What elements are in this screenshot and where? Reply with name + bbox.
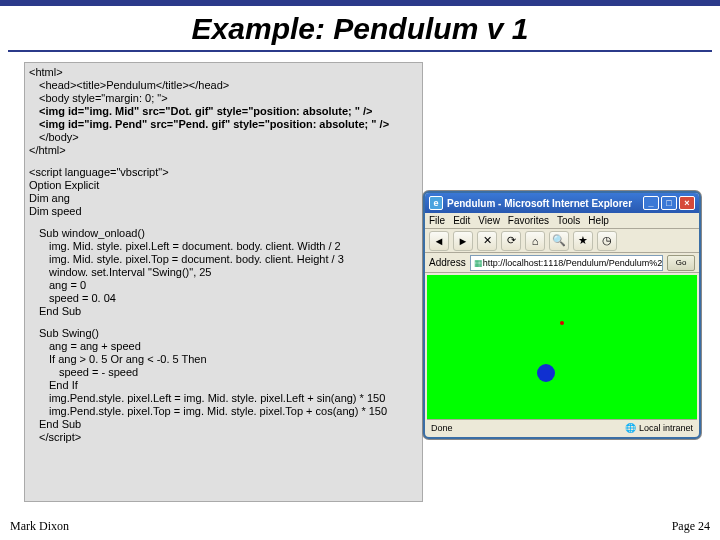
code-line: <body style="margin: 0; "> — [39, 92, 418, 105]
code-line: If ang > 0. 5 Or ang < -0. 5 Then — [49, 353, 418, 366]
statusbar: Done 🌐Local intranet — [427, 419, 697, 435]
address-label: Address — [429, 257, 466, 268]
menu-tools[interactable]: Tools — [557, 215, 580, 226]
pendulum-bob — [537, 364, 555, 382]
stop-button[interactable]: ✕ — [477, 231, 497, 251]
home-button[interactable]: ⌂ — [525, 231, 545, 251]
footer-page: Page 24 — [672, 519, 710, 534]
favorites-button[interactable]: ★ — [573, 231, 593, 251]
code-line: img.Pend.style. pixel.Top = img. Mid. st… — [49, 405, 418, 418]
window-title: Pendulum - Microsoft Internet Explorer — [447, 198, 632, 209]
footer-author: Mark Dixon — [10, 519, 69, 534]
ie-window: e Pendulum - Microsoft Internet Explorer… — [423, 191, 701, 439]
titlebar: e Pendulum - Microsoft Internet Explorer… — [425, 193, 699, 213]
code-line: speed = - speed — [59, 366, 418, 379]
forward-button[interactable]: ► — [453, 231, 473, 251]
code-line: <html> — [29, 66, 418, 79]
status-text: Done — [431, 423, 453, 433]
minimize-button[interactable]: _ — [643, 196, 659, 210]
code-line-endscript: </script> — [39, 431, 418, 444]
code-line: speed = 0. 04 — [49, 292, 418, 305]
slide-footer: Mark Dixon Page 24 — [0, 519, 720, 534]
toolbar: ◄ ► ✕ ⟳ ⌂ 🔍 ★ ◷ — [425, 229, 699, 253]
pivot-dot — [560, 321, 564, 325]
menu-edit[interactable]: Edit — [453, 215, 470, 226]
ie-icon: e — [429, 196, 443, 210]
code-listing: <html> <head><title>Pendulum</title></he… — [24, 62, 423, 502]
code-line: img.Pend.style. pixel.Left = img. Mid. s… — [49, 392, 418, 405]
address-input[interactable]: ▦ http://localhost:1118/Pendulum/Pendulu… — [470, 255, 663, 271]
code-line: ang = ang + speed — [49, 340, 418, 353]
menu-file[interactable]: File — [429, 215, 445, 226]
back-button[interactable]: ◄ — [429, 231, 449, 251]
code-line: img. Mid. style. pixel.Top = document. b… — [49, 253, 418, 266]
zone-text: Local intranet — [639, 423, 693, 433]
menu-favorites[interactable]: Favorites — [508, 215, 549, 226]
slide-top-accent — [0, 0, 720, 6]
menu-view[interactable]: View — [478, 215, 500, 226]
code-line: End Sub — [39, 418, 418, 431]
address-value: http://localhost:1118/Pendulum/Pendulum%… — [483, 258, 663, 268]
code-line: <img id="img. Mid" src="Dot. gif" style=… — [39, 105, 418, 118]
code-line: ang = 0 — [49, 279, 418, 292]
code-line: <head><title>Pendulum</title></head> — [39, 79, 418, 92]
menu-help[interactable]: Help — [588, 215, 609, 226]
code-line: End If — [49, 379, 418, 392]
globe-icon: 🌐 — [625, 423, 636, 433]
go-button[interactable]: Go — [667, 255, 695, 271]
code-line: </body> — [39, 131, 418, 144]
menubar: File Edit View Favorites Tools Help — [425, 213, 699, 229]
page-viewport — [427, 275, 697, 419]
code-line: Dim speed — [29, 205, 418, 218]
history-button[interactable]: ◷ — [597, 231, 617, 251]
close-button[interactable]: × — [679, 196, 695, 210]
maximize-button[interactable]: □ — [661, 196, 677, 210]
page-icon: ▦ — [474, 258, 483, 268]
address-bar: Address ▦ http://localhost:1118/Pendulum… — [425, 253, 699, 273]
code-line: Sub Swing() — [39, 327, 418, 340]
code-line: Sub window_onload() — [39, 227, 418, 240]
code-line: </html> — [29, 144, 418, 157]
code-line: Dim ang — [29, 192, 418, 205]
code-line: <img id="img. Pend" src="Pend. gif" styl… — [39, 118, 418, 131]
code-line: window. set.Interval "Swing()", 25 — [49, 266, 418, 279]
code-line: Option Explicit — [29, 179, 418, 192]
code-line: End Sub — [39, 305, 418, 318]
refresh-button[interactable]: ⟳ — [501, 231, 521, 251]
slide-title: Example: Pendulum v 1 — [0, 12, 720, 46]
code-line: img. Mid. style. pixel.Left = document. … — [49, 240, 418, 253]
search-button[interactable]: 🔍 — [549, 231, 569, 251]
title-rule — [8, 50, 712, 52]
code-line: <script language="vbscript"> — [29, 166, 418, 179]
